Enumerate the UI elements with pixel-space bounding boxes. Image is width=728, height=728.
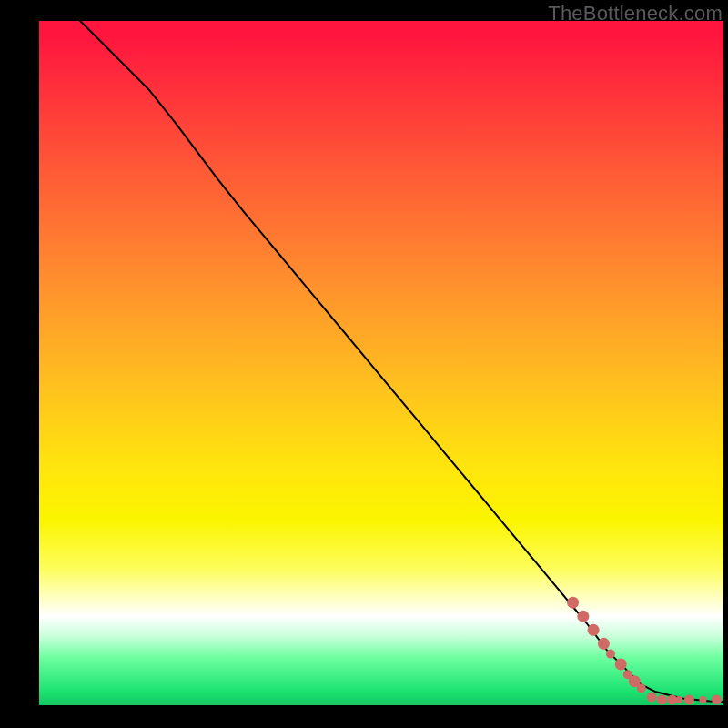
series-curve	[80, 21, 723, 702]
marker-dot	[615, 658, 627, 670]
curve-layer	[39, 21, 723, 705]
marker-dot	[637, 683, 646, 693]
marker-dot	[647, 692, 657, 702]
marker-dot	[577, 611, 589, 622]
chart-frame: TheBottleneck.com	[0, 0, 728, 728]
marker-dot	[657, 694, 667, 704]
marker-dot	[567, 597, 579, 609]
marker-dot	[684, 694, 694, 704]
marker-dot	[588, 624, 600, 636]
watermark-text: TheBottleneck.com	[548, 2, 723, 25]
marker-dot	[606, 650, 615, 659]
marker-dot	[712, 694, 722, 704]
line-series	[80, 21, 723, 702]
marker-dot	[598, 638, 610, 650]
plot-area	[39, 21, 723, 705]
marker-dot	[675, 696, 682, 703]
marker-series	[567, 597, 722, 705]
marker-dot	[699, 696, 706, 703]
